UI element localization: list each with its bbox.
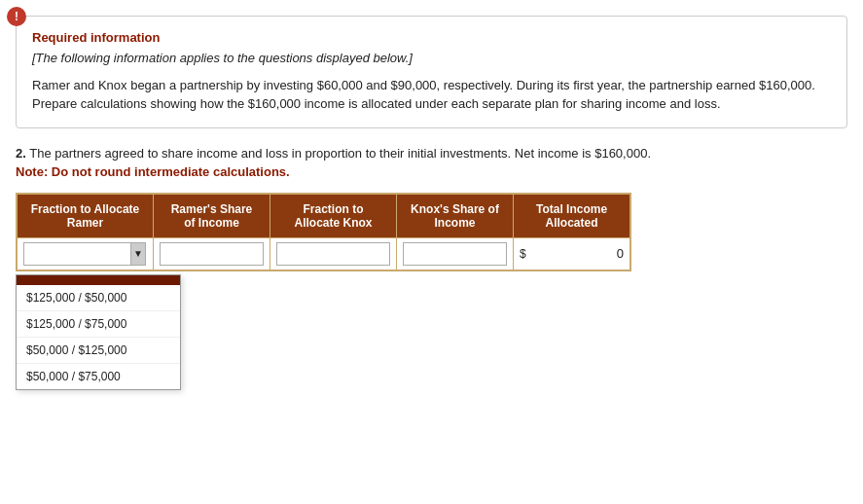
header-total-income: Total Income Allocated [514,194,630,237]
info-icon: ! [7,7,26,26]
income-table: Fraction to Allocate Ramer Ramer's Share… [17,194,630,270]
dropdown-option-3[interactable]: $50,000 / $125,000 [17,338,180,364]
dollar-sign: $ [520,247,526,261]
info-subtitle: [The following information applies to th… [32,49,831,68]
question-text: The partners agreed to share income and … [26,146,651,161]
dropdown-option-4[interactable]: $50,000 / $75,000 [17,364,180,389]
question-line: 2. The partners agreed to share income a… [16,146,847,161]
cell-fraction-knox[interactable] [270,237,397,270]
dropdown-option-1[interactable]: $125,000 / $50,000 [17,285,180,311]
table-row: ▼ $ 0 [18,237,630,270]
dropdown-option-2[interactable]: $125,000 / $75,000 [17,311,180,338]
cell-knox-share[interactable] [397,237,514,270]
header-fraction-knox: Fraction to Allocate Knox [270,194,397,237]
fraction-ramer-dropdown-arrow[interactable]: ▼ [130,242,146,266]
info-body: Ramer and Knox began a partnership by in… [32,76,831,114]
header-knox-share: Knox's Share of Income [397,194,514,237]
dropdown-menu: $125,000 / $50,000 $125,000 / $75,000 $5… [16,274,181,390]
ramer-share-input[interactable] [160,242,264,266]
cell-total-income: $ 0 [514,237,630,270]
cell-fraction-ramer[interactable]: ▼ [18,237,154,270]
total-income-value: 0 [530,246,624,261]
fraction-ramer-input[interactable] [23,242,131,266]
header-ramer-share: Ramer's Share of Income [154,194,270,237]
table-wrapper: Fraction to Allocate Ramer Ramer's Share… [16,193,631,271]
info-title: Required information [32,30,831,45]
note-line: Note: Do not round intermediate calculat… [16,164,847,179]
info-box: ! Required information [The following in… [16,16,847,128]
knox-share-input[interactable] [403,242,507,266]
cell-ramer-share[interactable] [154,237,270,270]
dropdown-menu-header [17,275,180,285]
fraction-knox-input[interactable] [276,242,390,266]
header-fraction-ramer: Fraction to Allocate Ramer [18,194,154,237]
question-number: 2. [16,146,26,161]
